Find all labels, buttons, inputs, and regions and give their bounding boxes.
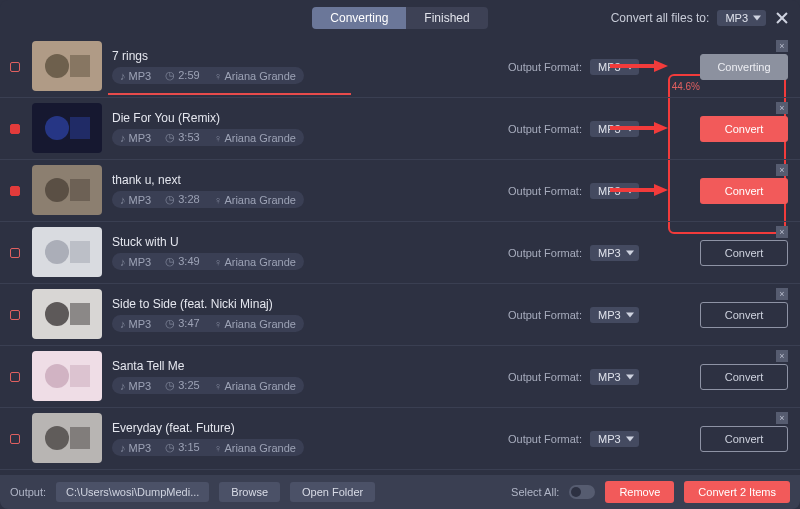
track-checkbox[interactable] xyxy=(10,310,20,320)
output-format-select[interactable]: MP3 xyxy=(590,121,639,137)
output-format-col: Output Format: MP3 xyxy=(508,351,678,402)
thumbnail xyxy=(32,165,102,215)
svg-point-16 xyxy=(45,240,69,264)
track-checkbox[interactable] xyxy=(10,434,20,444)
track-info: thank u, next ♪ MP3 ◷ 3:28 ♀ Ariana Gran… xyxy=(112,165,498,216)
svg-rect-2 xyxy=(70,55,90,77)
clock-icon: ◷ xyxy=(165,131,175,143)
remove-track-icon[interactable]: × xyxy=(776,288,788,300)
view-tabs: Converting Finished xyxy=(312,7,487,29)
track-list: 7 rings ♪ MP3 ◷ 2:59 ♀ Ariana Grande Out… xyxy=(0,36,800,475)
action-col: × Convert xyxy=(688,227,788,278)
track-meta: ♪ MP3 ◷ 3:49 ♀ Ariana Grande xyxy=(112,253,498,270)
clock-icon: ◷ xyxy=(165,441,175,453)
select-all-label: Select All: xyxy=(511,486,559,498)
track-row: Santa Tell Me ♪ MP3 ◷ 3:25 ♀ Ariana Gran… xyxy=(0,346,800,408)
remove-track-icon[interactable]: × xyxy=(776,226,788,238)
svg-rect-23 xyxy=(70,365,90,387)
track-artist: Ariana Grande xyxy=(224,380,296,392)
convert-button[interactable]: Convert xyxy=(700,240,788,266)
checkbox-col xyxy=(8,413,22,464)
track-title: Santa Tell Me xyxy=(112,359,498,373)
music-note-icon: ♪ xyxy=(120,256,126,268)
convert-button[interactable]: Convert xyxy=(700,426,788,452)
track-row: Side to Side (feat. Nicki Minaj) ♪ MP3 ◷… xyxy=(0,284,800,346)
tab-finished[interactable]: Finished xyxy=(406,7,487,29)
track-title: Stuck with U xyxy=(112,235,498,249)
track-checkbox[interactable] xyxy=(10,62,20,72)
convert-button[interactable]: Converting xyxy=(700,54,788,80)
track-artist: Ariana Grande xyxy=(224,442,296,454)
track-duration: 3:25 xyxy=(178,379,199,391)
output-format-select[interactable]: MP3 xyxy=(590,245,639,261)
action-col: × Converting xyxy=(688,41,788,92)
convert-button[interactable]: Convert xyxy=(700,178,788,204)
svg-point-6 xyxy=(45,116,69,140)
remove-button[interactable]: Remove xyxy=(605,481,674,503)
clock-icon: ◷ xyxy=(165,379,175,391)
meta-pill: ♪ MP3 ◷ 3:15 ♀ Ariana Grande xyxy=(112,439,304,456)
browse-button[interactable]: Browse xyxy=(219,482,280,502)
open-folder-button[interactable]: Open Folder xyxy=(290,482,375,502)
action-col: × Convert xyxy=(688,165,788,216)
convert-button[interactable]: Convert xyxy=(700,302,788,328)
checkbox-col xyxy=(8,227,22,278)
action-col: × Convert xyxy=(688,413,788,464)
select-all-toggle[interactable] xyxy=(569,485,595,499)
track-checkbox[interactable] xyxy=(10,186,20,196)
artist-icon: ♀ xyxy=(214,442,222,454)
output-format-select[interactable]: MP3 xyxy=(590,369,639,385)
track-info: Everyday (feat. Future) ♪ MP3 ◷ 3:15 ♀ A… xyxy=(112,413,498,464)
svg-point-11 xyxy=(45,178,69,202)
track-title: 7 rings xyxy=(112,49,498,63)
music-note-icon: ♪ xyxy=(120,132,126,144)
output-format-col: Output Format: MP3 xyxy=(508,165,678,216)
track-title: Side to Side (feat. Nicki Minaj) xyxy=(112,297,498,311)
artist-icon: ♀ xyxy=(214,132,222,144)
remove-track-icon[interactable]: × xyxy=(776,164,788,176)
track-info: Stuck with U ♪ MP3 ◷ 3:49 ♀ Ariana Grand… xyxy=(112,227,498,278)
track-info: 7 rings ♪ MP3 ◷ 2:59 ♀ Ariana Grande xyxy=(112,41,498,92)
track-format: MP3 xyxy=(129,70,152,82)
convert-all-format-select[interactable]: MP3 xyxy=(717,10,766,26)
track-duration: 3:15 xyxy=(178,441,199,453)
track-artist: Ariana Grande xyxy=(224,132,296,144)
music-note-icon: ♪ xyxy=(120,380,126,392)
music-note-icon: ♪ xyxy=(120,318,126,330)
remove-track-icon[interactable]: × xyxy=(776,40,788,52)
output-format-select[interactable]: MP3 xyxy=(590,307,639,323)
convert-button[interactable]: Convert xyxy=(700,364,788,390)
thumbnail xyxy=(32,41,102,91)
output-format-label: Output Format: xyxy=(508,433,582,445)
meta-pill: ♪ MP3 ◷ 2:59 ♀ Ariana Grande xyxy=(112,67,304,84)
svg-point-22 xyxy=(45,364,69,388)
remove-track-icon[interactable]: × xyxy=(776,350,788,362)
remove-track-icon[interactable]: × xyxy=(776,412,788,424)
track-checkbox[interactable] xyxy=(10,248,20,258)
track-info: Santa Tell Me ♪ MP3 ◷ 3:25 ♀ Ariana Gran… xyxy=(112,351,498,402)
output-format-select[interactable]: MP3 xyxy=(590,431,639,447)
output-format-col: Output Format: MP3 xyxy=(508,41,678,92)
track-checkbox[interactable] xyxy=(10,124,20,134)
remove-track-icon[interactable]: × xyxy=(776,102,788,114)
svg-point-1 xyxy=(45,54,69,78)
track-title: thank u, next xyxy=(112,173,498,187)
checkbox-col xyxy=(8,165,22,216)
track-artist: Ariana Grande xyxy=(224,318,296,330)
music-note-icon: ♪ xyxy=(120,442,126,454)
track-row: Stuck with U ♪ MP3 ◷ 3:49 ♀ Ariana Grand… xyxy=(0,222,800,284)
output-path[interactable]: C:\Users\wosi\DumpMedi... xyxy=(56,482,209,502)
close-icon[interactable] xyxy=(774,10,790,26)
track-checkbox[interactable] xyxy=(10,372,20,382)
output-format-label: Output Format: xyxy=(508,309,582,321)
convert-button[interactable]: Convert xyxy=(700,116,788,142)
output-format-select[interactable]: MP3 xyxy=(590,183,639,199)
output-format-select[interactable]: MP3 xyxy=(590,59,639,75)
header: Converting Finished Convert all files to… xyxy=(0,0,800,36)
track-meta: ♪ MP3 ◷ 2:59 ♀ Ariana Grande xyxy=(112,67,498,84)
output-format-col: Output Format: MP3 xyxy=(508,227,678,278)
clock-icon: ◷ xyxy=(165,193,175,205)
tab-converting[interactable]: Converting xyxy=(312,7,406,29)
thumbnail xyxy=(32,103,102,153)
convert-items-button[interactable]: Convert 2 Items xyxy=(684,481,790,503)
